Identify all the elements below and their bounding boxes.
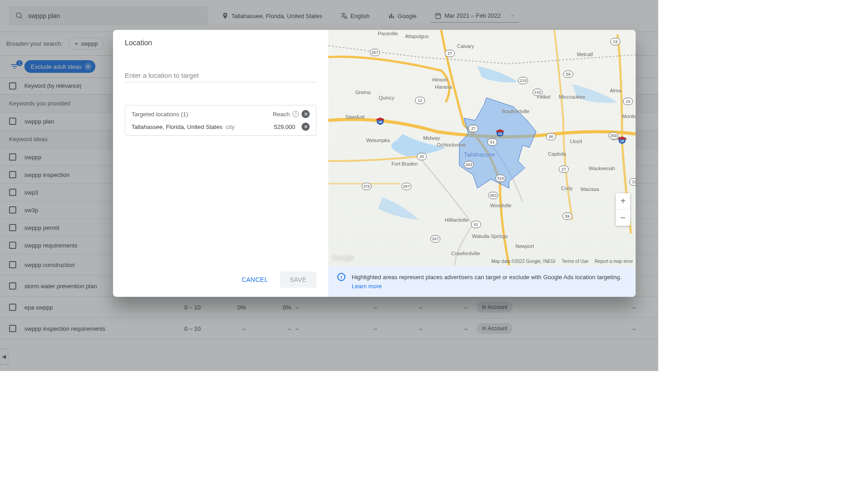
- targeted-locations-card: Targeted locations (1) Reach ? ✕ Tallaha…: [125, 105, 316, 136]
- dialog-title: Location: [125, 39, 316, 47]
- dialog-right-panel: Tallahassee PacevilleAttapulgusCalvaryMe…: [328, 30, 636, 297]
- zoom-in-button[interactable]: +: [616, 193, 630, 209]
- zoom-out-button[interactable]: −: [616, 209, 630, 226]
- info-icon: i: [337, 273, 345, 281]
- zoom-control: + −: [616, 193, 630, 226]
- location-name: Tallahassee, Florida, United States: [132, 124, 222, 130]
- reach-label: Reach: [273, 111, 290, 118]
- location-row: Tallahassee, Florida, United States city…: [132, 123, 310, 131]
- location-dialog: Location Targeted locations (1) Reach ? …: [113, 30, 636, 297]
- remove-location-button[interactable]: ✕: [302, 123, 310, 131]
- info-bar: i Highlighted areas represent places adv…: [328, 267, 636, 297]
- targeted-label: Targeted locations (1): [132, 111, 188, 118]
- cancel-button[interactable]: CANCEL: [233, 271, 276, 288]
- map-terms-link[interactable]: Terms of Use: [562, 259, 589, 264]
- clear-all-button[interactable]: ✕: [302, 110, 310, 118]
- save-button: SAVE: [280, 271, 316, 288]
- help-icon[interactable]: ?: [292, 111, 299, 117]
- location-input[interactable]: [125, 69, 316, 82]
- map-attribution: Map data ©2022 Google, INEGI Terms of Us…: [491, 259, 633, 264]
- map-data-text: Map data ©2022 Google, INEGI: [491, 259, 556, 264]
- info-text: Highlighted areas represent places adver…: [352, 273, 627, 290]
- google-logo: Google: [332, 254, 354, 262]
- learn-more-link[interactable]: Learn more: [352, 283, 382, 290]
- map[interactable]: Tallahassee PacevilleAttapulgusCalvaryMe…: [328, 30, 636, 267]
- map-report-link[interactable]: Report a map error: [595, 259, 633, 264]
- dialog-left-panel: Location Targeted locations (1) Reach ? …: [113, 30, 328, 297]
- location-reach: 529,000: [274, 124, 295, 130]
- location-type: city: [226, 124, 235, 130]
